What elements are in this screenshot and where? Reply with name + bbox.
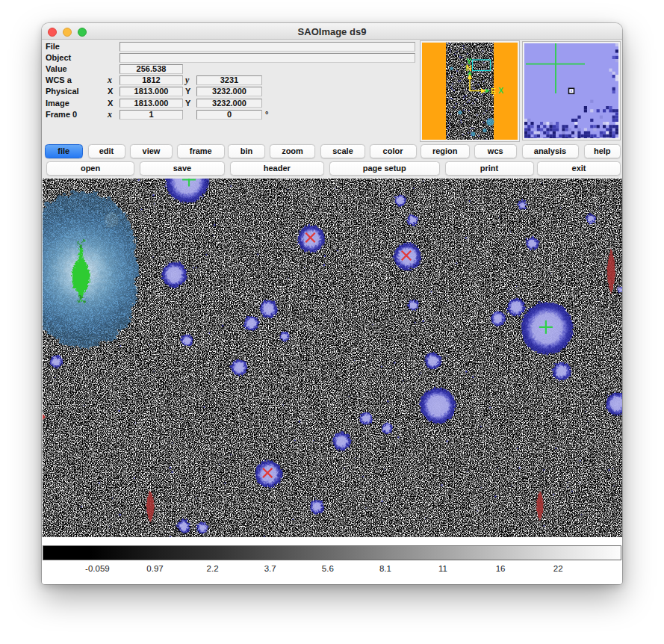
svg-text:N: N — [466, 64, 472, 72]
svg-text:X: X — [498, 86, 503, 95]
svg-text:E: E — [491, 87, 496, 96]
